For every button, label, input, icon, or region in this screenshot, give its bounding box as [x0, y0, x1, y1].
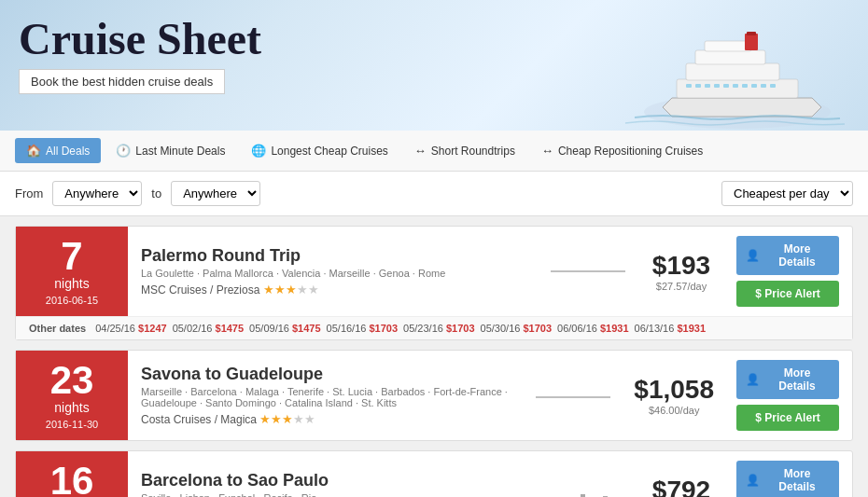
nights-date: 2016-11-30 — [46, 419, 98, 430]
star-filled: ★ — [286, 283, 297, 297]
svg-rect-9 — [695, 84, 701, 88]
svg-rect-7 — [747, 32, 756, 35]
other-dates-label: Other dates — [29, 323, 86, 334]
nights-number: 16 — [50, 462, 94, 497]
cruise-title: Savona to Guadeloupe — [141, 365, 509, 384]
price-value: $792 — [652, 476, 710, 497]
date-item[interactable]: 05/09/16 $1475 — [249, 323, 320, 334]
to-select[interactable]: Anywhere — [171, 181, 260, 206]
cruise-card: 23 nights 2016-11-30 Savona to Guadeloup… — [15, 350, 853, 441]
date-item[interactable]: 05/23/16 $1703 — [403, 323, 474, 334]
cruise-ports: Seville · Lisbon · Funchal · Recife · Ri… — [141, 492, 524, 497]
header-text: Cruise Sheet Book the best hidden cruise… — [19, 17, 261, 94]
price-alert-button[interactable]: $ Price Alert — [736, 405, 839, 431]
card-info: Savona to Guadeloupe Marseille · Barcelo… — [128, 351, 522, 440]
nights-number: 7 — [61, 237, 82, 276]
user-icon: 👤 — [746, 249, 760, 262]
header: Cruise Sheet Book the best hidden cruise… — [0, 0, 868, 131]
nav-short-roundtrips[interactable]: ↔ Short Roundtrips — [403, 138, 526, 163]
card-main: 16 nights 2015-11-19 Barcelona to Sao Pa… — [16, 451, 852, 497]
star-empty: ★ — [304, 412, 315, 426]
cruise-ship: Costa Cruises / Magica ★★★★★ — [141, 412, 509, 426]
sort-select[interactable]: Cheapest per day Price Duration — [721, 181, 853, 206]
results-container: 7 nights 2016-06-15 Palermo Round Trip L… — [0, 216, 868, 497]
price-value: $193 — [652, 251, 710, 281]
svg-rect-14 — [742, 84, 748, 88]
cruise-title: Barcelona to Sao Paulo — [141, 471, 524, 490]
nav-all-deals[interactable]: 🏠 All Deals — [15, 138, 101, 163]
card-nights: 16 nights 2015-11-19 — [16, 451, 128, 497]
other-dates-row: Other dates 04/25/16 $124705/02/16 $1475… — [16, 316, 852, 339]
user-icon: 👤 — [746, 474, 760, 487]
site-subtitle: Book the best hidden cruise deals — [19, 69, 225, 94]
svg-rect-3 — [686, 63, 779, 80]
more-details-button[interactable]: 👤 More Details — [736, 461, 839, 497]
nights-date: 2016-06-15 — [46, 295, 98, 306]
price-chart — [522, 351, 624, 440]
card-price: $1,058 $46.00/day — [624, 351, 723, 440]
svg-rect-4 — [695, 50, 765, 64]
cruise-ports: La Goulette · Palma Mallorca · Valencia … — [141, 268, 524, 279]
more-details-button[interactable]: 👤 More Details — [736, 360, 839, 399]
nights-number: 23 — [50, 361, 94, 400]
svg-rect-6 — [745, 34, 758, 50]
svg-rect-11 — [714, 84, 720, 88]
card-main: 7 nights 2016-06-15 Palermo Round Trip L… — [16, 227, 852, 316]
cruise-ports: Marseille · Barcelona · Malaga · Tenerif… — [141, 386, 509, 408]
nav-bar: 🏠 All Deals 🕐 Last Minute Deals 🌐 Longes… — [0, 131, 868, 172]
user-icon: 👤 — [746, 373, 760, 386]
price-per-day: $27.57/day — [656, 281, 707, 292]
ship-illustration — [607, 28, 849, 131]
svg-rect-2 — [677, 79, 798, 98]
cruise-ship: MSC Cruises / Preziosa ★★★★★ — [141, 283, 524, 297]
price-chart — [537, 451, 639, 497]
star-filled: ★ — [282, 412, 293, 426]
price-value: $1,058 — [634, 375, 714, 405]
roundtrip-icon: ↔ — [414, 144, 427, 158]
more-details-button[interactable]: 👤 More Details — [736, 236, 839, 275]
svg-rect-13 — [733, 84, 738, 88]
date-item[interactable]: 05/02/16 $1475 — [173, 323, 244, 334]
date-item[interactable]: 05/16/16 $1703 — [327, 323, 398, 334]
price-alert-button[interactable]: $ Price Alert — [736, 281, 839, 307]
star-filled: ★ — [259, 412, 271, 426]
home-icon: 🏠 — [26, 144, 41, 158]
clock-icon: 🕐 — [116, 144, 131, 158]
star-empty: ★ — [308, 283, 319, 297]
from-label: From — [15, 186, 43, 200]
from-select[interactable]: Anywhere — [52, 181, 142, 206]
globe-icon: 🌐 — [251, 144, 266, 158]
svg-rect-12 — [723, 84, 729, 88]
card-info: Palermo Round Trip La Goulette · Palma M… — [128, 227, 537, 316]
card-nights: 23 nights 2016-11-30 — [16, 351, 128, 440]
repositioning-icon: ↔ — [541, 144, 553, 158]
card-price: $792 $49.50/day — [639, 451, 723, 497]
nav-cheap-repositioning[interactable]: ↔ Cheap Repositioning Cruises — [530, 138, 714, 163]
star-filled: ★ — [271, 412, 282, 426]
nav-last-minute[interactable]: 🕐 Last Minute Deals — [105, 138, 236, 163]
date-item[interactable]: 06/13/16 $1931 — [635, 323, 706, 334]
nav-longest-cheap[interactable]: 🌐 Longest Cheap Cruises — [240, 138, 399, 163]
card-info: Barcelona to Sao Paulo Seville · Lisbon … — [128, 451, 537, 497]
cruise-title: Palermo Round Trip — [141, 246, 524, 266]
date-item[interactable]: 06/06/16 $1931 — [557, 323, 628, 334]
nights-label: nights — [54, 400, 89, 415]
svg-rect-10 — [705, 84, 710, 88]
card-price: $193 $27.57/day — [639, 227, 723, 316]
star-empty: ★ — [297, 283, 308, 297]
to-label: to — [151, 186, 161, 200]
svg-rect-16 — [761, 84, 766, 88]
cruise-card: 16 nights 2015-11-19 Barcelona to Sao Pa… — [15, 450, 853, 497]
date-item[interactable]: 05/30/16 $1703 — [481, 323, 552, 334]
date-item[interactable]: 04/25/16 $1247 — [95, 323, 166, 334]
svg-rect-15 — [751, 84, 757, 88]
card-main: 23 nights 2016-11-30 Savona to Guadeloup… — [16, 351, 852, 440]
cruise-card: 7 nights 2016-06-15 Palermo Round Trip L… — [15, 226, 853, 340]
nights-label: nights — [54, 276, 89, 291]
price-chart — [537, 227, 639, 316]
svg-rect-17 — [770, 84, 776, 88]
card-actions: 👤 More Details $ Price Alert — [723, 451, 852, 497]
star-empty: ★ — [293, 412, 304, 426]
price-per-day: $46.00/day — [649, 405, 699, 416]
sort-container: Cheapest per day Price Duration — [721, 181, 853, 206]
